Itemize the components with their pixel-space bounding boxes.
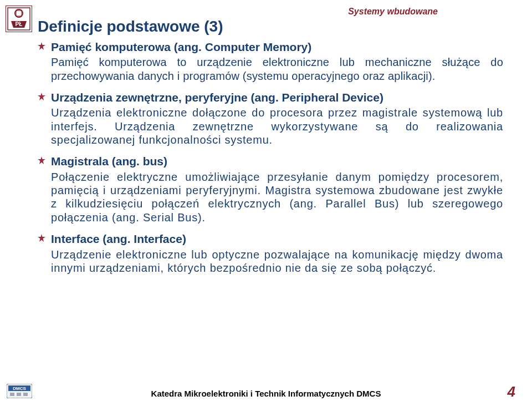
definition-body: Urządzenia elektroniczne dołączone do pr…: [51, 106, 503, 146]
page-number: 4: [508, 383, 515, 400]
definition-body: Pamięć komputerowa to urządzenie elektro…: [51, 55, 503, 83]
svg-marker-7: [38, 156, 45, 164]
definition-heading: Interface (ang. Interface): [51, 232, 503, 246]
course-name: Systemy wbudowane: [348, 7, 438, 17]
content-area: Pamięć komputerowa (ang. Computer Memory…: [38, 40, 503, 282]
svg-marker-6: [38, 93, 45, 100]
definition-item: Pamięć komputerowa (ang. Computer Memory…: [38, 40, 503, 83]
definition-heading: Urządzenia zewnętrzne, peryferyjne (ang.…: [51, 90, 503, 105]
definition-heading: Magistrala (ang. bus): [51, 154, 503, 169]
star-icon: [38, 234, 45, 242]
footer-text: Katedra Mikroelektroniki i Technik Infor…: [0, 389, 532, 398]
svg-text:PŁ: PŁ: [16, 21, 23, 27]
definition-item: Interface (ang. Interface) Urządzenie el…: [38, 232, 503, 275]
svg-marker-5: [38, 42, 45, 50]
definition-item: Urządzenia zewnętrzne, peryferyjne (ang.…: [38, 90, 503, 146]
star-icon: [38, 93, 45, 100]
page-title: Definicje podstawowe (3): [38, 18, 223, 35]
definition-body: Połączenie elektryczne umożliwiające prz…: [51, 170, 503, 225]
definition-body: Urządzenie elektroniczne lub optyczne po…: [51, 248, 503, 275]
institution-logo: PŁ: [6, 6, 32, 32]
svg-marker-8: [38, 234, 45, 242]
definition-heading: Pamięć komputerowa (ang. Computer Memory…: [51, 40, 503, 54]
star-icon: [38, 156, 45, 164]
star-icon: [38, 42, 45, 50]
definition-item: Magistrala (ang. bus) Połączenie elektry…: [38, 154, 503, 224]
